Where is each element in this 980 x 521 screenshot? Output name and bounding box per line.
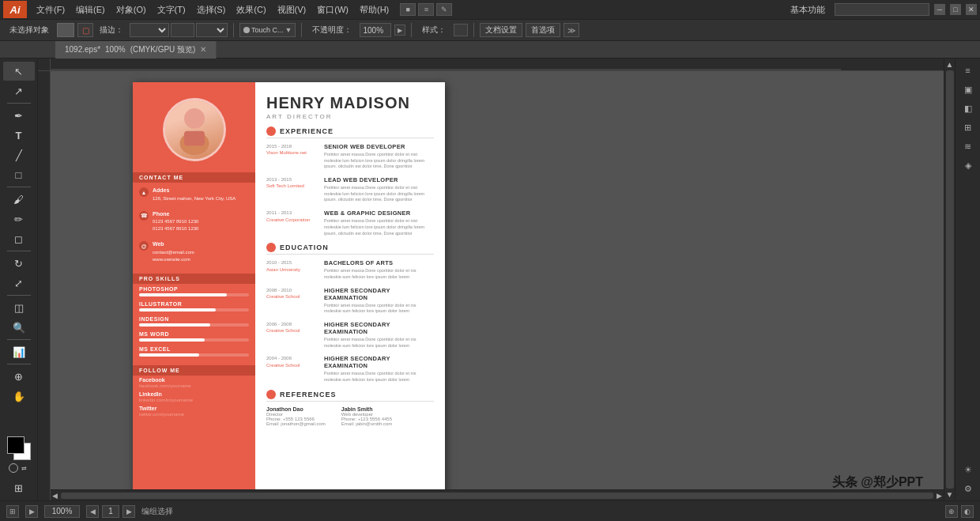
toolbar-separator-2 bbox=[301, 23, 302, 37]
menu-select[interactable]: 选择(S) bbox=[192, 2, 231, 17]
zoom-input[interactable] bbox=[44, 505, 80, 518]
references-list: Jonathon Dao Director Phone: +555 123 55… bbox=[266, 406, 434, 426]
opacity-arrow[interactable]: ▶ bbox=[394, 25, 405, 36]
preferences-button[interactable]: 首选项 bbox=[526, 23, 560, 37]
panel-toggle-6[interactable]: ◈ bbox=[958, 157, 978, 174]
direct-select-tool[interactable]: ↗ bbox=[3, 81, 35, 100]
menu-view[interactable]: 视图(V) bbox=[273, 2, 311, 17]
app-logo: Ai bbox=[3, 1, 27, 18]
restore-button[interactable]: □ bbox=[950, 4, 961, 15]
color-swatch-container[interactable] bbox=[7, 436, 31, 460]
document-tab[interactable]: 1092.eps* 100% (CMYK/GPU 预览) ✕ bbox=[55, 41, 217, 59]
canvas-area[interactable]: // ruler ticks rendered via CSS backgrou… bbox=[38, 59, 955, 500]
panel-toggle-8[interactable]: ⚙ bbox=[958, 480, 978, 497]
menu-effect[interactable]: 效果(C) bbox=[232, 2, 270, 17]
panel-toggle-5[interactable]: ≋ bbox=[958, 138, 978, 155]
main-area: ↖ ↗ ✒ T ╱ □ 🖌 ✏ ◻ ↻ ⤢ ◫ 🔍 📊 ⊕ ✋ ⇄ bbox=[0, 59, 980, 500]
none-swatch[interactable] bbox=[9, 463, 18, 473]
tab-close-button[interactable]: ✕ bbox=[200, 45, 206, 54]
more-button[interactable]: ≫ bbox=[564, 23, 579, 37]
opacity-input[interactable] bbox=[360, 23, 391, 37]
gradient-tool[interactable]: ◫ bbox=[3, 298, 35, 317]
tool-separator-1 bbox=[7, 103, 31, 104]
scroll-up-button[interactable]: ▲ bbox=[946, 60, 954, 69]
panel-toggle-7[interactable]: ☀ bbox=[958, 461, 978, 478]
chart-tool[interactable]: 📊 bbox=[3, 342, 35, 361]
select-tool[interactable]: ↖ bbox=[3, 62, 35, 81]
style-swatch[interactable] bbox=[454, 24, 468, 36]
experience-icon bbox=[266, 126, 276, 136]
scale-tool[interactable]: ⤢ bbox=[3, 274, 35, 293]
tab-bar: 1092.eps* 100% (CMYK/GPU 预览) ✕ bbox=[0, 41, 980, 59]
eyedropper-tool[interactable]: 🔍 bbox=[3, 318, 35, 337]
opacity-label: 不透明度： bbox=[307, 23, 356, 37]
resume-title: ART DIRECTOR bbox=[266, 113, 434, 120]
selection-status: 编组选择 bbox=[141, 506, 173, 517]
h-scroll-thumb[interactable] bbox=[61, 493, 933, 499]
search-input[interactable] bbox=[835, 3, 929, 16]
menu-object[interactable]: 对象(O) bbox=[111, 2, 151, 17]
page-prev-button[interactable]: ◀ bbox=[86, 505, 99, 518]
tab-zoom: 100% bbox=[105, 45, 126, 54]
stroke-swatch[interactable]: ▢ bbox=[77, 23, 93, 37]
menu-right: 基本功能 ─ □ ✕ bbox=[784, 2, 977, 17]
text-tool[interactable]: T bbox=[3, 126, 35, 145]
paintbrush-tool[interactable]: 🖌 bbox=[3, 190, 35, 209]
menu-text[interactable]: 文字(T) bbox=[153, 2, 190, 17]
page-number-input[interactable] bbox=[102, 505, 119, 518]
status-right-icon-2[interactable]: ◐ bbox=[961, 505, 974, 518]
hand-tool[interactable]: ✋ bbox=[3, 387, 35, 406]
panel-toggle-1[interactable]: ≡ bbox=[958, 62, 978, 79]
skill-bar-fill bbox=[139, 293, 227, 296]
touch-control[interactable]: Touch C... ▼ bbox=[239, 23, 296, 37]
scroll-left-button[interactable]: ◀ bbox=[52, 492, 58, 500]
eraser-tool[interactable]: ◻ bbox=[3, 229, 35, 248]
artboard-tool[interactable]: ⊞ bbox=[3, 478, 35, 497]
horizontal-scrollbar[interactable]: ◀ ▶ bbox=[51, 489, 944, 500]
stroke-select[interactable] bbox=[130, 23, 169, 37]
skill-bar-bg bbox=[139, 323, 249, 327]
scroll-thumb[interactable] bbox=[946, 70, 954, 489]
skill-bar-bg bbox=[139, 293, 249, 296]
close-button[interactable]: ✕ bbox=[966, 4, 977, 15]
fill-swatch[interactable] bbox=[57, 23, 74, 37]
touch-label: Touch C... bbox=[251, 26, 284, 34]
swap-colors[interactable]: ⇄ bbox=[20, 463, 29, 473]
panel-toggle-4[interactable]: ⊞ bbox=[958, 119, 978, 136]
workspace-label[interactable]: 基本功能 bbox=[784, 2, 831, 17]
watermark: 头条 @郑少PPT bbox=[832, 474, 923, 491]
references-header: REFERENCES bbox=[266, 390, 434, 402]
status-right-icon-1[interactable]: ⊕ bbox=[945, 505, 958, 518]
tab-mode: (CMYK/GPU 预览) bbox=[130, 44, 196, 55]
menu-edit[interactable]: 编辑(E) bbox=[71, 2, 110, 17]
rotate-tool[interactable]: ↻ bbox=[3, 254, 35, 273]
skills-header: PRO SKILLS bbox=[133, 274, 255, 284]
status-icon-right[interactable]: ▶ bbox=[25, 505, 38, 518]
status-icon-left[interactable]: ⊞ bbox=[6, 505, 19, 518]
menu-file[interactable]: 文件(F) bbox=[32, 2, 70, 17]
vertical-scrollbar[interactable]: ▲ ▼ bbox=[944, 59, 955, 500]
pencil-tool[interactable]: ✏ bbox=[3, 210, 35, 228]
education-icon bbox=[266, 243, 276, 252]
foreground-color[interactable] bbox=[7, 436, 24, 454]
panel-toggle-2[interactable]: ▣ bbox=[958, 81, 978, 98]
panel-toggle-3[interactable]: ◧ bbox=[958, 100, 978, 117]
line-style[interactable] bbox=[171, 23, 194, 37]
contact-section: CONTACT ME ▲ Addes 126, Street mahon, Ne… bbox=[133, 172, 255, 267]
pen-tool[interactable]: ✒ bbox=[3, 106, 35, 125]
skill-item: INDESIGN bbox=[133, 314, 255, 329]
menu-window[interactable]: 窗口(W) bbox=[312, 2, 353, 17]
experience-header: EXPERIENCE bbox=[266, 126, 434, 138]
minimize-button[interactable]: ─ bbox=[934, 4, 945, 15]
shape-tool[interactable]: □ bbox=[3, 165, 35, 184]
scroll-down-button[interactable]: ▼ bbox=[946, 490, 954, 499]
page-next-button[interactable]: ▶ bbox=[122, 505, 135, 518]
follow-item: Facebook facebook.com/yourname bbox=[133, 376, 255, 390]
menu-help[interactable]: 帮助(H) bbox=[355, 2, 394, 17]
line-tool[interactable]: ╱ bbox=[3, 145, 35, 164]
scroll-right-button[interactable]: ▶ bbox=[937, 492, 942, 500]
tool-separator-2 bbox=[7, 187, 31, 187]
zoom-tool[interactable]: ⊕ bbox=[3, 367, 35, 386]
stroke-weight[interactable] bbox=[196, 23, 228, 37]
doc-settings-button[interactable]: 文档设置 bbox=[480, 23, 522, 37]
